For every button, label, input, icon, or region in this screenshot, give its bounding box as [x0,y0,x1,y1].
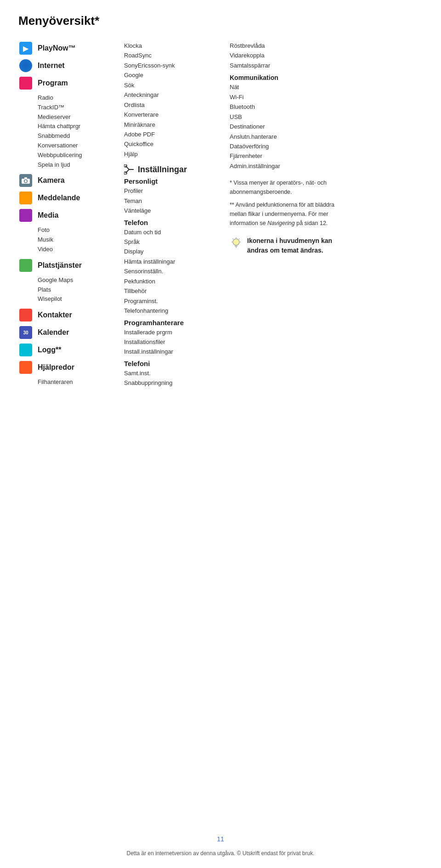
list-item: Destinationer [230,122,345,131]
svg-line-15 [239,239,240,240]
list-item: Klocka [124,41,225,51]
menu-item-internet: Internet [18,58,119,73]
meddelande-icon [18,191,33,205]
scissors-icon [124,164,134,175]
list-item: Snabbuppringning [124,378,225,388]
svg-point-9 [233,239,239,245]
program-subitems: Radio TrackID™ Medieserver Hämta chattpr… [38,93,119,169]
kommunikation-list: Nät Wi-Fi Bluetooth USB Destinationer An… [230,82,345,171]
menu-item-logg: Logg** [18,343,119,357]
list-item: Profiler [124,186,225,196]
hjalpredor-label: Hjälpredor [38,363,74,372]
kamera-icon [18,173,33,188]
list-item: Musik [38,235,119,245]
media-subitems: Foto Musik Video [38,225,119,254]
telefon-list: Datum och tid Språk Display Hämta instäl… [124,227,225,316]
list-item: Wisepilot [38,294,119,304]
telefoni-list: Samt.inst. Snabbuppringning [124,368,225,388]
column-2: Klocka RoadSync SonyEricsson-synk Google… [119,41,225,388]
svg-point-2 [25,180,27,182]
list-item: Display [124,247,225,256]
platstjanster-subitems: Google Maps Plats Wisepilot [38,276,119,304]
menu-item-hjalpredor: Hjälpredor [18,360,119,375]
hjalpredor-icon [18,360,33,375]
list-item: Installerade prgrm [124,327,225,337]
page-title: Menyöversikt* [18,14,423,28]
col2-top-list: Klocka RoadSync SonyEricsson-synk Google… [124,41,225,159]
program-label: Program [38,79,68,87]
list-item: Telefonhantering [124,306,225,316]
list-item: Nät [230,82,345,92]
icon-note-text: Ikonerna i huvudmenyn kan ändras om tema… [247,236,345,255]
list-item: Språk [124,237,225,247]
kamera-label: Kamera [38,176,65,185]
list-item: USB [230,112,345,122]
personligt-list: Profiler Teman Vänteläge [124,186,225,215]
list-item: Hämta inställningar [124,257,225,266]
svg-line-14 [233,239,234,240]
logg-label: Logg** [38,346,62,354]
internet-label: Internet [38,62,65,70]
programhanterare-list: Installerade prgrm Installationsfiler In… [124,327,225,357]
personligt-heading: Personligt [124,177,225,185]
list-item: Install.inställningar [124,347,225,356]
list-item: Wi-Fi [230,92,345,102]
list-item: TrackID™ [38,103,119,113]
bulb-icon [230,237,243,250]
list-item: Konversationer [38,141,119,151]
list-item: Plats [38,285,119,295]
meddelande-label: Meddelande [38,194,80,202]
list-item: Bluetooth [230,102,345,112]
platstjanster-icon [18,258,33,273]
kommunikation-heading: Kommunikation [230,74,345,81]
list-item: Sök [124,80,225,90]
settings-heading: Inställningar [124,164,225,175]
svg-line-4 [125,166,129,169]
note-2: ** Använd pekfunktionerna för att bläddr… [230,200,345,228]
list-item: Snabbmedd [38,131,119,141]
list-item: Video [38,245,119,254]
settings-section-telefon: Telefon Datum och tid Språk Display Hämt… [124,219,225,316]
svg-line-5 [125,169,129,173]
note-1: * Vissa menyer är operatörs-, nät- och a… [230,178,345,197]
playnow-label: PlayNow™ [38,44,76,52]
playnow-icon: ▶ [18,41,33,56]
list-item: Google Maps [38,276,119,285]
settings-section-telefoni: Telefoni Samt.inst. Snabbuppringning [124,360,225,388]
list-item: Dataöverföring [230,141,345,151]
list-item: Teman [124,196,225,206]
menu-item-program: Program [18,76,119,90]
list-item: Miniräknare [124,120,225,130]
svg-rect-3 [24,177,27,179]
list-item: Anteckningar [124,90,225,100]
menu-item-kamera: Kamera [18,173,119,188]
list-item: RoadSync [124,51,225,60]
list-item: Samtalsspärrar [230,61,345,70]
list-item: Hämta chattprgr [38,122,119,131]
list-item: Spela in ljud [38,160,119,170]
list-item: Ordlista [124,100,225,110]
footer-text: Detta är en internetversion av denna utg… [0,850,441,857]
settings-section-programhanterare: Programhanterare Installerade prgrm Inst… [124,319,225,357]
list-item: Installationsfiler [124,337,225,347]
list-item: Hjälp [124,149,225,159]
list-item: Adobe PDF [124,130,225,139]
column-1: ▶ PlayNow™ Internet Program Radio T [18,41,119,391]
kontakter-label: Kontakter [38,311,72,319]
list-item: Radio [38,93,119,103]
list-item: Pekfunktion [124,276,225,286]
list-item: Quickoffice [124,139,225,149]
internet-icon [18,58,33,73]
list-item: Programinst. [124,296,225,306]
telefon-heading: Telefon [124,219,225,226]
list-item: Tillbehör [124,286,225,296]
settings-label: Inställningar [138,165,187,175]
kalender-label: Kalender [38,328,69,337]
programhanterare-heading: Programhanterare [124,319,225,327]
list-item: Foto [38,225,119,235]
hjalpredor-subitems: Filhanteraren [38,378,119,387]
list-item: Samt.inst. [124,368,225,378]
telefoni-heading: Telefoni [124,360,225,367]
menu-item-media: Media [18,208,119,223]
list-item: Vidarekoppla [230,51,345,60]
